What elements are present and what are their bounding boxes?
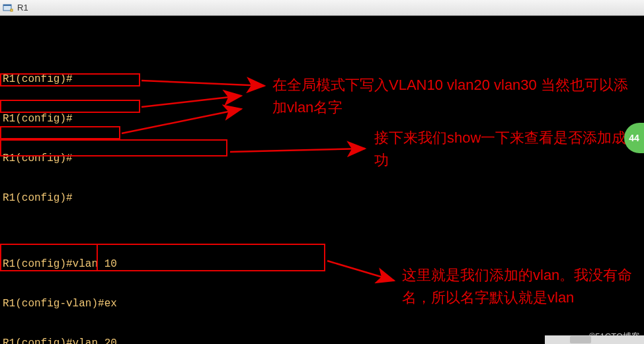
svg-rect-1 (3, 5, 11, 6)
scroll-thumb[interactable] (570, 336, 591, 343)
badge-value: 44 (629, 133, 639, 143)
svg-rect-2 (11, 9, 13, 11)
prompt-line: R1(config)# (3, 191, 641, 205)
horizontal-scrollbar[interactable] (545, 335, 644, 344)
putty-icon (3, 3, 13, 13)
terminal-output[interactable]: R1(config)# R1(config)# R1(config)# R1(c… (0, 16, 644, 344)
prompt-line: R1(config)# (3, 112, 641, 125)
prompt-line: R1(config)# (3, 152, 641, 165)
window-title: R1 (17, 3, 28, 13)
window-titlebar[interactable]: R1 (0, 0, 644, 16)
cmd-ex: R1(config-vlan)#ex (3, 297, 641, 310)
prompt-line: R1(config)# (3, 73, 641, 86)
cmd-vlan10: R1(config)#vlan 10 (3, 258, 641, 271)
